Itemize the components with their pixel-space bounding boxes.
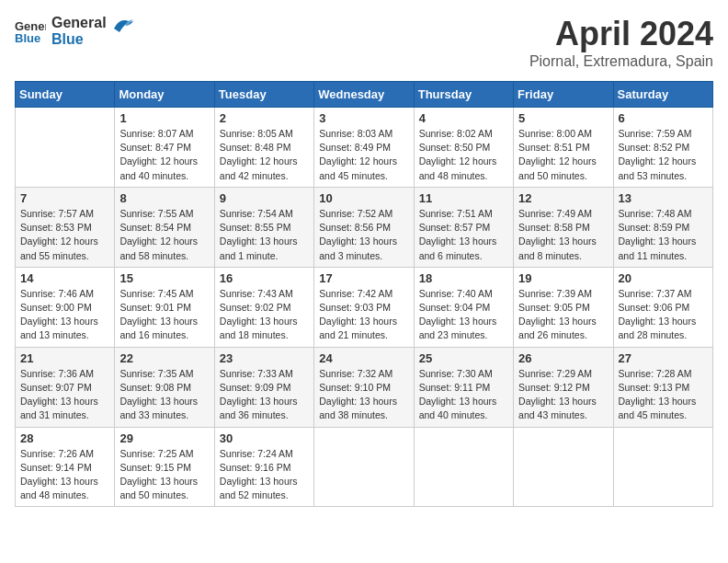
calendar-cell: 11Sunrise: 7:51 AM Sunset: 8:57 PM Dayli… xyxy=(414,187,513,267)
day-number: 18 xyxy=(419,271,508,285)
day-number: 26 xyxy=(518,351,608,365)
day-number: 23 xyxy=(220,351,309,365)
calendar-cell: 28Sunrise: 7:26 AM Sunset: 9:14 PM Dayli… xyxy=(16,427,115,507)
bird-icon xyxy=(112,16,136,36)
day-info: Sunrise: 8:03 AM Sunset: 8:49 PM Dayligh… xyxy=(319,127,408,183)
calendar-header-row: SundayMondayTuesdayWednesdayThursdayFrid… xyxy=(16,82,713,108)
day-number: 1 xyxy=(119,111,209,125)
calendar-cell: 3Sunrise: 8:03 AM Sunset: 8:49 PM Daylig… xyxy=(314,108,414,188)
calendar-cell: 19Sunrise: 7:39 AM Sunset: 9:05 PM Dayli… xyxy=(514,267,613,347)
day-number: 15 xyxy=(119,271,209,285)
day-info: Sunrise: 7:33 AM Sunset: 9:09 PM Dayligh… xyxy=(220,367,309,423)
calendar-cell: 29Sunrise: 7:25 AM Sunset: 9:15 PM Dayli… xyxy=(115,427,214,507)
calendar-cell: 10Sunrise: 7:52 AM Sunset: 8:56 PM Dayli… xyxy=(314,187,414,267)
day-info: Sunrise: 7:42 AM Sunset: 9:03 PM Dayligh… xyxy=(319,287,408,343)
day-info: Sunrise: 7:45 AM Sunset: 9:01 PM Dayligh… xyxy=(119,287,209,343)
page-header: General Blue General Blue April 2024 Pio… xyxy=(15,15,713,70)
day-number: 28 xyxy=(20,431,109,445)
day-info: Sunrise: 7:35 AM Sunset: 9:08 PM Dayligh… xyxy=(119,367,209,423)
day-info: Sunrise: 7:26 AM Sunset: 9:14 PM Dayligh… xyxy=(20,447,109,503)
day-info: Sunrise: 7:54 AM Sunset: 8:55 PM Dayligh… xyxy=(220,207,309,263)
day-number: 21 xyxy=(20,351,109,365)
week-row-1: 1Sunrise: 8:07 AM Sunset: 8:47 PM Daylig… xyxy=(16,108,713,188)
column-header-sunday: Sunday xyxy=(16,82,115,108)
day-number: 5 xyxy=(518,111,608,125)
day-info: Sunrise: 7:30 AM Sunset: 9:11 PM Dayligh… xyxy=(419,367,508,423)
day-number: 11 xyxy=(419,191,508,205)
day-info: Sunrise: 7:40 AM Sunset: 9:04 PM Dayligh… xyxy=(419,287,508,343)
day-number: 22 xyxy=(119,351,209,365)
day-info: Sunrise: 7:39 AM Sunset: 9:05 PM Dayligh… xyxy=(518,287,608,343)
column-header-wednesday: Wednesday xyxy=(314,82,414,108)
calendar-cell: 21Sunrise: 7:36 AM Sunset: 9:07 PM Dayli… xyxy=(16,347,115,427)
calendar-cell: 30Sunrise: 7:24 AM Sunset: 9:16 PM Dayli… xyxy=(214,427,313,507)
calendar-cell: 14Sunrise: 7:46 AM Sunset: 9:00 PM Dayli… xyxy=(16,267,115,347)
logo-blue: Blue xyxy=(51,31,107,48)
calendar-cell: 27Sunrise: 7:28 AM Sunset: 9:13 PM Dayli… xyxy=(613,347,712,427)
calendar-cell: 12Sunrise: 7:49 AM Sunset: 8:58 PM Dayli… xyxy=(514,187,613,267)
day-number: 2 xyxy=(220,111,309,125)
day-info: Sunrise: 7:36 AM Sunset: 9:07 PM Dayligh… xyxy=(20,367,109,423)
calendar-cell: 7Sunrise: 7:57 AM Sunset: 8:53 PM Daylig… xyxy=(16,187,115,267)
column-header-monday: Monday xyxy=(115,82,214,108)
calendar-cell: 2Sunrise: 8:05 AM Sunset: 8:48 PM Daylig… xyxy=(214,108,313,188)
calendar-cell: 24Sunrise: 7:32 AM Sunset: 9:10 PM Dayli… xyxy=(314,347,414,427)
location: Piornal, Extremadura, Spain xyxy=(529,53,713,70)
calendar-cell: 9Sunrise: 7:54 AM Sunset: 8:55 PM Daylig… xyxy=(214,187,313,267)
day-number: 6 xyxy=(619,111,708,125)
calendar-cell: 16Sunrise: 7:43 AM Sunset: 9:02 PM Dayli… xyxy=(214,267,313,347)
day-number: 14 xyxy=(20,271,109,285)
day-info: Sunrise: 7:46 AM Sunset: 9:00 PM Dayligh… xyxy=(20,287,109,343)
day-info: Sunrise: 7:48 AM Sunset: 8:59 PM Dayligh… xyxy=(619,207,708,263)
week-row-5: 28Sunrise: 7:26 AM Sunset: 9:14 PM Dayli… xyxy=(16,427,713,507)
week-row-2: 7Sunrise: 7:57 AM Sunset: 8:53 PM Daylig… xyxy=(16,187,713,267)
calendar-cell: 18Sunrise: 7:40 AM Sunset: 9:04 PM Dayli… xyxy=(414,267,513,347)
day-info: Sunrise: 7:37 AM Sunset: 9:06 PM Dayligh… xyxy=(619,287,708,343)
column-header-saturday: Saturday xyxy=(613,82,712,108)
calendar-cell xyxy=(314,427,414,507)
calendar-cell: 25Sunrise: 7:30 AM Sunset: 9:11 PM Dayli… xyxy=(414,347,513,427)
day-number: 29 xyxy=(119,431,209,445)
day-info: Sunrise: 7:52 AM Sunset: 8:56 PM Dayligh… xyxy=(319,207,408,263)
calendar-cell: 6Sunrise: 7:59 AM Sunset: 8:52 PM Daylig… xyxy=(613,108,712,188)
day-info: Sunrise: 8:07 AM Sunset: 8:47 PM Dayligh… xyxy=(119,127,209,183)
day-number: 3 xyxy=(319,111,408,125)
day-number: 10 xyxy=(319,191,408,205)
logo: General Blue General Blue xyxy=(15,15,136,47)
day-number: 19 xyxy=(518,271,608,285)
logo-general: General xyxy=(51,15,107,31)
month-title: April 2024 xyxy=(529,15,713,53)
day-info: Sunrise: 7:32 AM Sunset: 9:10 PM Dayligh… xyxy=(319,367,408,423)
column-header-thursday: Thursday xyxy=(414,82,513,108)
day-number: 24 xyxy=(319,351,408,365)
day-info: Sunrise: 7:49 AM Sunset: 8:58 PM Dayligh… xyxy=(518,207,608,263)
day-number: 16 xyxy=(220,271,309,285)
day-info: Sunrise: 7:43 AM Sunset: 9:02 PM Dayligh… xyxy=(220,287,309,343)
svg-text:Blue: Blue xyxy=(15,31,40,45)
day-number: 20 xyxy=(619,271,708,285)
day-info: Sunrise: 8:05 AM Sunset: 8:48 PM Dayligh… xyxy=(220,127,309,183)
day-info: Sunrise: 8:00 AM Sunset: 8:51 PM Dayligh… xyxy=(518,127,608,183)
day-info: Sunrise: 7:25 AM Sunset: 9:15 PM Dayligh… xyxy=(119,447,209,503)
calendar-cell: 4Sunrise: 8:02 AM Sunset: 8:50 PM Daylig… xyxy=(414,108,513,188)
calendar-cell xyxy=(414,427,513,507)
day-info: Sunrise: 7:29 AM Sunset: 9:12 PM Dayligh… xyxy=(518,367,608,423)
title-block: April 2024 Piornal, Extremadura, Spain xyxy=(529,15,713,70)
day-number: 27 xyxy=(619,351,708,365)
day-number: 12 xyxy=(518,191,608,205)
day-number: 4 xyxy=(419,111,508,125)
day-info: Sunrise: 8:02 AM Sunset: 8:50 PM Dayligh… xyxy=(419,127,508,183)
calendar-cell: 23Sunrise: 7:33 AM Sunset: 9:09 PM Dayli… xyxy=(214,347,313,427)
calendar-cell: 17Sunrise: 7:42 AM Sunset: 9:03 PM Dayli… xyxy=(314,267,414,347)
column-header-friday: Friday xyxy=(514,82,613,108)
calendar-cell: 8Sunrise: 7:55 AM Sunset: 8:54 PM Daylig… xyxy=(115,187,214,267)
day-info: Sunrise: 7:28 AM Sunset: 9:13 PM Dayligh… xyxy=(619,367,708,423)
logo-bird-icon: General Blue xyxy=(15,17,46,45)
calendar-cell: 1Sunrise: 8:07 AM Sunset: 8:47 PM Daylig… xyxy=(115,108,214,188)
calendar-cell: 22Sunrise: 7:35 AM Sunset: 9:08 PM Dayli… xyxy=(115,347,214,427)
day-number: 25 xyxy=(419,351,508,365)
calendar-table: SundayMondayTuesdayWednesdayThursdayFrid… xyxy=(15,81,713,507)
calendar-cell: 5Sunrise: 8:00 AM Sunset: 8:51 PM Daylig… xyxy=(514,108,613,188)
calendar-cell: 26Sunrise: 7:29 AM Sunset: 9:12 PM Dayli… xyxy=(514,347,613,427)
calendar-cell xyxy=(16,108,115,188)
